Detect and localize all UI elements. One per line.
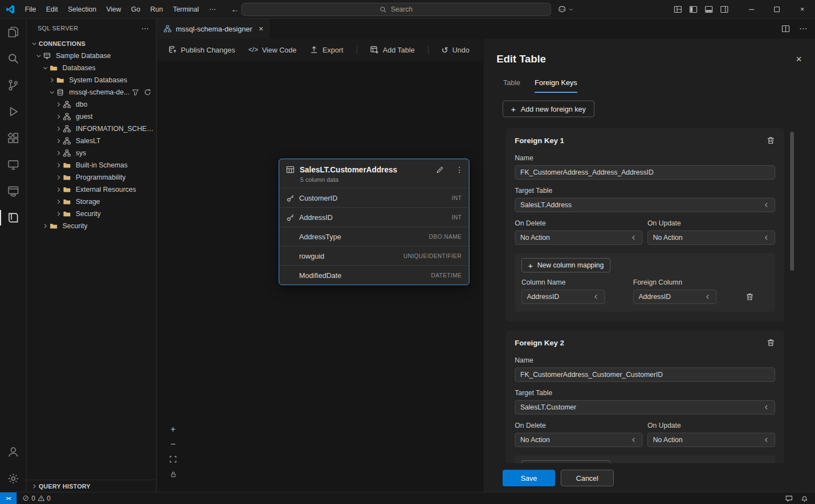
sql-server-icon[interactable] <box>0 204 26 231</box>
tree-item-mssql-schema-de[interactable]: mssql-schema-de... <box>27 86 156 98</box>
schema-designer-icon <box>164 25 171 33</box>
maximize-button[interactable] <box>764 0 790 18</box>
tree-item-system-databases[interactable]: System Databases <box>27 74 156 86</box>
tree-item-programmability[interactable]: Programmability <box>27 171 156 183</box>
on-update-select[interactable]: No Action <box>647 433 775 447</box>
column-row-modifieddate[interactable]: ModifiedDateDATETIME <box>279 265 469 285</box>
customize-layout-icon[interactable] <box>670 2 686 17</box>
lock-canvas-button[interactable] <box>168 470 178 479</box>
connections-section-header[interactable]: CONNECTIONS <box>27 38 156 50</box>
minimize-button[interactable]: ─ <box>739 0 764 18</box>
tree-item-security[interactable]: Security <box>27 208 156 220</box>
target-table-select[interactable]: SalesLT.Address <box>515 198 775 212</box>
close-panel-icon[interactable]: × <box>796 54 802 64</box>
filter-icon[interactable] <box>132 88 139 96</box>
panel-scrollbar[interactable] <box>790 132 794 271</box>
tree-item-databases[interactable]: Databases <box>27 62 156 74</box>
fit-view-button[interactable] <box>168 455 178 464</box>
menu-selection[interactable]: Selection <box>63 3 101 15</box>
fk-name-input[interactable]: FK_CustomerAddress_Customer_CustomerID <box>515 368 775 382</box>
tree-item-external-resources[interactable]: External Resources <box>27 183 156 196</box>
tree-item-sys[interactable]: sys <box>27 147 156 159</box>
more-actions-icon[interactable]: ⋯ <box>142 24 149 33</box>
fk-name-input[interactable]: FK_CustomerAddress_Address_AddressID <box>515 165 775 180</box>
toggle-panel-icon[interactable] <box>701 2 717 17</box>
tree-item-information-schema[interactable]: INFORMATION_SCHEMA <box>27 123 156 135</box>
account-icon[interactable] <box>0 439 26 465</box>
tree-item-sample-database[interactable]: Sample Database <box>27 50 156 62</box>
on-delete-select[interactable]: No Action <box>515 433 642 447</box>
tree-item-dbo[interactable]: dbo <box>27 98 156 111</box>
explorer-icon[interactable] <box>0 19 26 45</box>
tree-item-storage[interactable]: Storage <box>27 196 156 208</box>
source-control-icon[interactable] <box>0 72 26 98</box>
chevron-down-icon <box>763 404 770 411</box>
cancel-button[interactable]: Cancel <box>561 470 614 486</box>
table-node-customeraddress[interactable]: SalesLT.CustomerAddress ⋮ 5 column data … <box>279 159 469 285</box>
menu-run[interactable]: Run <box>145 3 168 15</box>
new-column-mapping-button[interactable]: +New column mapping <box>521 460 610 463</box>
tree-item-guest[interactable]: guest <box>27 111 156 123</box>
problems-indicator[interactable]: 0 0 <box>22 495 50 502</box>
run-debug-icon[interactable] <box>0 98 26 125</box>
copilot-menu[interactable] <box>558 5 574 14</box>
refresh-icon[interactable] <box>144 88 151 96</box>
feedback-icon[interactable] <box>785 495 793 502</box>
tab-foreign-keys[interactable]: Foreign Keys <box>535 78 577 93</box>
undo-button[interactable]: ↺Undo <box>441 46 469 54</box>
publish-changes-button[interactable]: Publish Changes <box>168 45 235 54</box>
search-icon[interactable] <box>0 45 26 72</box>
menu-edit[interactable]: Edit <box>41 3 63 15</box>
on-update-select[interactable]: No Action <box>647 230 775 245</box>
delete-mapping-icon[interactable] <box>745 292 754 301</box>
toggle-secondary-sidebar-icon[interactable] <box>717 2 732 17</box>
column-row-addressid[interactable]: AddressIDINT <box>279 207 469 227</box>
remote-explorer-icon[interactable] <box>0 151 26 178</box>
settings-gear-icon[interactable] <box>0 465 26 492</box>
menu-terminal[interactable]: Terminal <box>168 3 204 15</box>
delete-foreign-key-icon[interactable] <box>766 338 775 347</box>
menu-go[interactable]: Go <box>126 3 145 15</box>
column-row-customerid[interactable]: CustomerIDINT <box>279 188 469 207</box>
add-table-button[interactable]: Add Table <box>370 45 415 54</box>
tree-item-built-in-schemas[interactable]: Built-in Schemas <box>27 159 156 171</box>
delete-foreign-key-icon[interactable] <box>766 136 775 145</box>
column-row-rowguid[interactable]: rowguidUNIQUEIDENTIFIER <box>279 246 469 265</box>
view-code-button[interactable]: </>View Code <box>248 46 296 54</box>
tab-table[interactable]: Table <box>503 78 520 93</box>
save-button[interactable]: Save <box>503 470 555 486</box>
notifications-bell-icon[interactable] <box>801 495 808 502</box>
search-input[interactable]: Search <box>242 3 551 16</box>
zoom-in-button[interactable]: + <box>168 425 178 434</box>
foreign-column-select[interactable]: AddressID <box>633 290 717 304</box>
add-new-foreign-key-button[interactable]: + Add new foreign key <box>503 101 594 117</box>
zoom-out-button[interactable]: − <box>168 440 178 449</box>
more-menu-icon[interactable]: ⋯ <box>204 3 221 15</box>
on-delete-select[interactable]: No Action <box>515 230 642 245</box>
toggle-primary-sidebar-icon[interactable] <box>686 2 701 17</box>
tree-item-security[interactable]: Security <box>27 220 156 232</box>
menu-file[interactable]: File <box>20 3 41 15</box>
more-actions-icon[interactable]: ⋯ <box>799 24 807 34</box>
table-node-menu-icon[interactable]: ⋮ <box>456 166 462 174</box>
close-tab-icon[interactable]: × <box>259 24 263 33</box>
remote-indicator[interactable]: >< <box>0 492 17 504</box>
edit-table-pencil-icon[interactable] <box>436 166 444 174</box>
tab-mssql-schema-designer[interactable]: mssql-schema-designer × <box>157 19 269 39</box>
vscode-window: FileEditSelectionViewGoRunTerminal⋯ ← → … <box>0 0 815 504</box>
split-editor-icon[interactable] <box>781 24 790 33</box>
sql-connections-icon[interactable] <box>0 178 26 204</box>
new-column-mapping-button[interactable]: +New column mapping <box>521 258 610 272</box>
export-button[interactable]: Export <box>310 45 343 54</box>
close-window-button[interactable]: × <box>790 0 815 18</box>
extensions-icon[interactable] <box>0 125 26 151</box>
target-table-select[interactable]: SalesLT.Customer <box>515 400 775 414</box>
column-row-addresstype[interactable]: AddressTypeDBO.NAME <box>279 227 469 246</box>
schema-canvas[interactable]: SalesLT.CustomerAddress ⋮ 5 column data … <box>157 61 483 492</box>
foreign-key-card: Foreign Key 2NameFK_CustomerAddress_Cust… <box>506 330 784 463</box>
back-arrow-icon[interactable]: ← <box>231 5 239 13</box>
tree-item-saleslt[interactable]: SalesLT <box>27 135 156 147</box>
column-name-select[interactable]: AddressID <box>521 290 605 304</box>
query-history-section-header[interactable]: QUERY HISTORY <box>27 480 156 492</box>
menu-view[interactable]: View <box>101 3 126 15</box>
